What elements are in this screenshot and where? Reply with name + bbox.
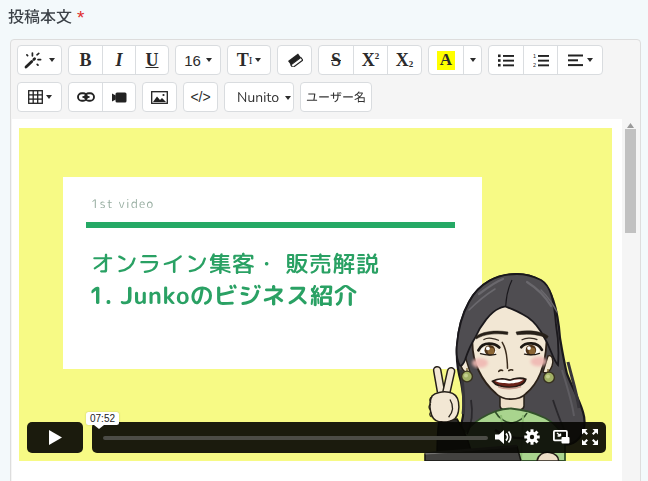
svg-text:1: 1 — [533, 54, 536, 59]
svg-text:2: 2 — [533, 61, 536, 66]
